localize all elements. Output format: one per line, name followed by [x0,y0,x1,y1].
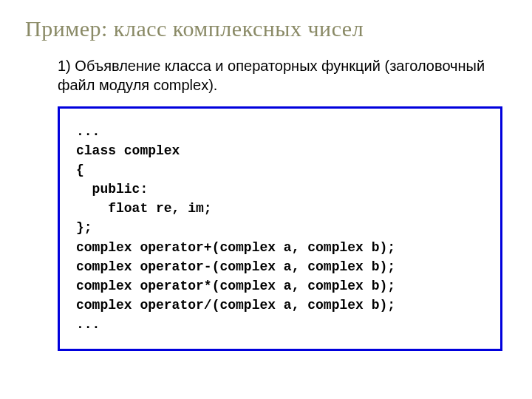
slide-title: Пример: класс комплексных чисел [0,0,532,41]
code-line: complex operator+(complex a, complex b); [76,238,484,257]
code-line: class complex [76,141,484,160]
code-line: }; [76,218,484,237]
slide-description: 1) Объявление класса и операторных функц… [0,41,532,95]
code-line: public: [76,180,484,199]
code-line: ... [76,315,484,334]
code-line: float re, im; [76,199,484,218]
code-block: ... class complex { public: float re, im… [58,106,502,351]
code-line: { [76,160,484,180]
code-line: ... [76,122,484,141]
code-line: complex operator/(complex a, complex b); [76,296,484,315]
code-line: complex operator*(complex a, complex b); [76,276,484,296]
code-line: complex operator-(complex a, complex b); [76,257,484,276]
